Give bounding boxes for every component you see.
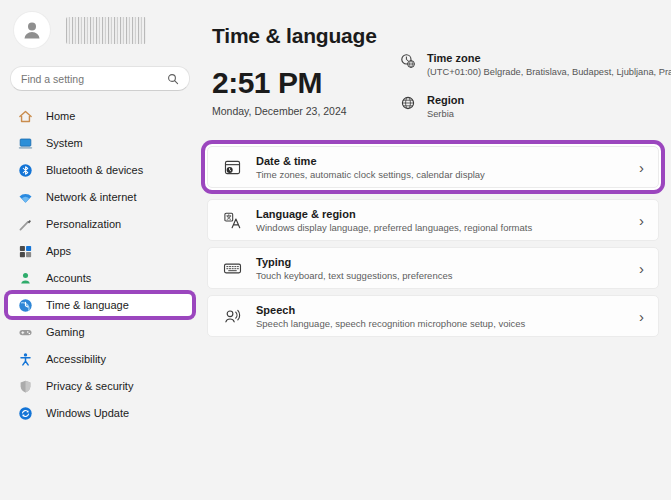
search-box[interactable]	[10, 66, 190, 91]
sidebar-item-accounts[interactable]: Accounts	[8, 267, 192, 289]
current-time: 2:51 PM	[212, 66, 347, 100]
sidebar-item-accessibility[interactable]: Accessibility	[8, 348, 192, 370]
settings-cards: Date & time Time zones, automatic clock …	[207, 146, 659, 343]
privacy-shield-icon	[17, 378, 33, 394]
settings-window: Home System	[0, 0, 671, 500]
timezone-label: Time zone	[427, 52, 671, 64]
language-region-icon	[222, 210, 242, 230]
page-title: Time & language	[212, 24, 377, 48]
card-title: Speech	[256, 304, 525, 316]
card-title: Date & time	[256, 155, 485, 167]
region-text: Region Serbia	[427, 94, 464, 119]
card-date-time[interactable]: Date & time Time zones, automatic clock …	[207, 146, 659, 188]
sidebar-item-windows-update[interactable]: Windows Update	[8, 402, 192, 424]
timezone-icon	[400, 53, 416, 69]
sidebar-item-label: Privacy & security	[46, 380, 133, 392]
sidebar-item-label: Personalization	[46, 218, 121, 230]
sidebar-item-label: Apps	[46, 245, 71, 257]
system-icon	[17, 135, 33, 151]
chevron-right-icon[interactable]: ›	[639, 309, 644, 324]
sidebar-item-apps[interactable]: Apps	[8, 240, 192, 262]
card-subtitle: Speech language, speech recognition micr…	[256, 318, 525, 329]
user-account-row[interactable]	[14, 12, 192, 48]
bluetooth-icon	[17, 162, 33, 178]
sidebar-item-label: Time & language	[46, 299, 129, 311]
card-title: Language & region	[256, 208, 532, 220]
home-icon	[17, 108, 33, 124]
card-text: Typing Touch keyboard, text suggestions,…	[256, 256, 452, 281]
chevron-right-icon[interactable]: ›	[639, 261, 644, 276]
summary-info: Time zone (UTC+01:00) Belgrade, Bratisla…	[400, 52, 664, 136]
timezone-value: (UTC+01:00) Belgrade, Bratislava, Budape…	[427, 67, 671, 77]
sidebar-item-privacy-security[interactable]: Privacy & security	[8, 375, 192, 397]
accounts-icon	[17, 270, 33, 286]
sidebar-item-label: System	[46, 137, 83, 149]
sidebar-item-label: Bluetooth & devices	[46, 164, 143, 176]
card-subtitle: Time zones, automatic clock settings, ca…	[256, 169, 485, 180]
person-icon	[21, 19, 43, 41]
sidebar-item-time-language[interactable]: Time & language	[8, 294, 192, 316]
sidebar-nav: Home System	[8, 105, 192, 424]
sidebar-item-label: Windows Update	[46, 407, 129, 419]
region-value: Serbia	[427, 109, 464, 119]
personalization-icon	[17, 216, 33, 232]
card-subtitle: Touch keyboard, text suggestions, prefer…	[256, 270, 452, 281]
sidebar-item-label: Network & internet	[46, 191, 136, 203]
card-speech[interactable]: Speech Speech language, speech recogniti…	[207, 295, 659, 337]
sidebar-item-system[interactable]: System	[8, 132, 192, 154]
time-language-icon	[17, 297, 33, 313]
chevron-right-icon[interactable]: ›	[639, 160, 644, 175]
typing-keyboard-icon	[222, 258, 242, 278]
windows-update-icon	[17, 405, 33, 421]
apps-icon	[17, 243, 33, 259]
current-date: Monday, December 23, 2024	[212, 105, 347, 117]
card-language-region[interactable]: Language & region Windows display langua…	[207, 199, 659, 241]
card-subtitle: Windows display language, preferred lang…	[256, 222, 532, 233]
user-name-redacted	[66, 17, 146, 44]
card-text: Date & time Time zones, automatic clock …	[256, 155, 485, 180]
sidebar-item-label: Home	[46, 110, 75, 122]
card-text: Language & region Windows display langua…	[256, 208, 532, 233]
search-input[interactable]	[21, 73, 167, 85]
date-time-icon	[222, 157, 242, 177]
sidebar-item-label: Accounts	[46, 272, 91, 284]
gaming-icon	[17, 324, 33, 340]
sidebar-item-label: Gaming	[46, 326, 85, 338]
clock-block: 2:51 PM Monday, December 23, 2024	[212, 66, 347, 117]
region-globe-icon	[400, 95, 416, 111]
speech-icon	[222, 306, 242, 326]
sidebar-item-bluetooth-devices[interactable]: Bluetooth & devices	[8, 159, 192, 181]
card-typing[interactable]: Typing Touch keyboard, text suggestions,…	[207, 247, 659, 289]
network-icon	[17, 189, 33, 205]
timezone-summary: Time zone (UTC+01:00) Belgrade, Bratisla…	[400, 52, 664, 77]
card-text: Speech Speech language, speech recogniti…	[256, 304, 525, 329]
sidebar: Home System	[0, 0, 200, 500]
sidebar-item-label: Accessibility	[46, 353, 106, 365]
timezone-text: Time zone (UTC+01:00) Belgrade, Bratisla…	[427, 52, 671, 77]
sidebar-item-gaming[interactable]: Gaming	[8, 321, 192, 343]
avatar	[14, 12, 50, 48]
region-label: Region	[427, 94, 464, 106]
region-summary: Region Serbia	[400, 94, 664, 119]
sidebar-item-home[interactable]: Home	[8, 105, 192, 127]
accessibility-icon	[17, 351, 33, 367]
search-icon[interactable]	[167, 73, 179, 85]
sidebar-item-personalization[interactable]: Personalization	[8, 213, 192, 235]
card-title: Typing	[256, 256, 452, 268]
sidebar-item-network-internet[interactable]: Network & internet	[8, 186, 192, 208]
chevron-right-icon[interactable]: ›	[639, 213, 644, 228]
